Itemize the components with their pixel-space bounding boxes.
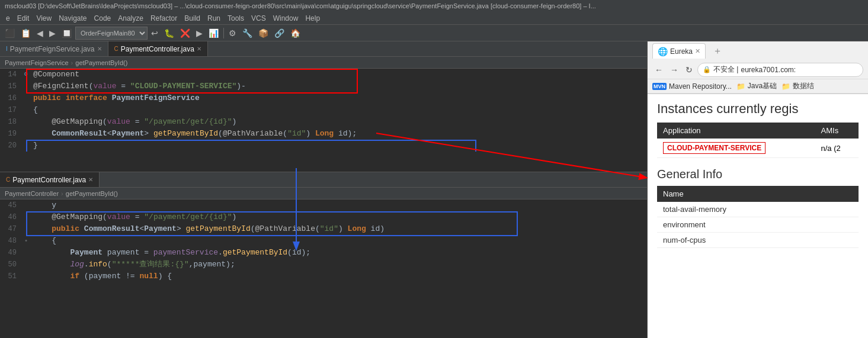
breadcrumb-class-bottom: PaymentController (5, 190, 59, 197)
menu-e[interactable]: e (2, 13, 14, 24)
line-num-17: 17 (0, 104, 21, 116)
toolbar-btn-4[interactable]: ↩ (149, 27, 161, 39)
back-btn[interactable]: ◀ (34, 27, 46, 39)
browser-content: Instances currently regis Application AM… (648, 94, 868, 338)
main-area: I PaymentFeignService.java ✕ C PaymentCo… (0, 41, 868, 338)
code-line-46: 46 @GetMapping(value = "/payment/get/{id… (0, 211, 647, 223)
line-content-50: log.info("*****查询结果:{}",payment); (31, 259, 235, 271)
tab-close-controller-bottom[interactable]: ✕ (88, 176, 93, 183)
tab-close-feign[interactable]: ✕ (97, 46, 102, 52)
toolbar-btn-10[interactable]: 🔧 (240, 27, 255, 39)
top-code-editor[interactable]: 14 ⚙ @Component 15 @FeignClient(value = … (0, 69, 647, 152)
menu-code[interactable]: Code (91, 13, 115, 24)
info-cell-3: num-of-cpus (657, 233, 859, 248)
browser-tab-close[interactable]: ✕ (695, 47, 700, 55)
address-text: eureka7001.com: (741, 66, 796, 74)
bottom-code-lines: 45 y 46 @GetMapping(value = "/payment/ge… (0, 199, 647, 282)
toolbar-btn-5[interactable]: 🐛 (162, 27, 177, 39)
line-num-48: 48 (0, 235, 21, 247)
run-config-dropdown[interactable]: OrderFeignMain80 (75, 27, 148, 40)
line-num-49: 49 (0, 247, 21, 259)
service-name-label: CLOUD-PAYMENT-SERVICE (663, 142, 765, 154)
line-content-17: { (31, 104, 38, 116)
toolbar-btn-11[interactable]: 📦 (256, 27, 271, 39)
menu-analyze[interactable]: Analyze (114, 13, 147, 24)
tab-close-controller[interactable]: ✕ (197, 46, 201, 52)
toolbar-btn-1[interactable]: ⬛ (2, 27, 17, 39)
ide-pane: I PaymentFeignService.java ✕ C PaymentCo… (0, 41, 647, 338)
bottom-code-pane: C PaymentController.java ✕ PaymentContro… (0, 172, 647, 338)
col-application: Application (657, 123, 815, 139)
toolbar-btn-2[interactable]: 📋 (18, 27, 33, 39)
browser-refresh-btn[interactable]: ↻ (683, 64, 695, 76)
address-bar[interactable]: 🔒 不安全 | eureka7001.com: (697, 63, 863, 77)
browser-pane: 🌐 Eureka ✕ ＋ ← → ↻ 🔒 不安全 | eureka7001.co… (647, 41, 868, 338)
menu-build[interactable]: Build (181, 13, 204, 24)
java-interface-icon: I (6, 46, 8, 52)
toolbar-btn-6[interactable]: ❌ (178, 27, 193, 39)
tab-payment-controller-bottom[interactable]: C PaymentController.java ✕ (0, 172, 100, 187)
code-line-48: 48 • { (0, 235, 647, 247)
bookmark-maven[interactable]: MVN Maven Repository... (652, 82, 732, 91)
line-content-20: } (31, 140, 38, 152)
menu-help[interactable]: Help (302, 13, 324, 24)
menu-window[interactable]: Window (270, 13, 302, 24)
line-content-51: if (payment != null) { (31, 271, 172, 282)
info-table: Name total-avail-memory environment (657, 186, 859, 248)
instances-table: Application AMIs CLOUD-PAYMENT-SERVICE n… (657, 123, 859, 158)
toolbar-btn-7[interactable]: ▶ (194, 27, 205, 39)
tab-payment-feign-service[interactable]: I PaymentFeignService.java ✕ (0, 41, 108, 56)
general-info-section: General Info Name total-avail-memory (657, 168, 859, 248)
bookmarks-bar: MVN Maven Repository... 📁 Java基础 📁 数据结 (648, 79, 868, 94)
line-content-49: Payment payment = paymentService.getPaym… (31, 247, 310, 259)
code-line-45: 45 y (0, 199, 647, 211)
toolbar-btn-8[interactable]: 📊 (206, 27, 221, 39)
toolbar-btn-12[interactable]: 🔗 (272, 27, 287, 39)
forward-btn[interactable]: ▶ (47, 27, 58, 39)
code-line-19: 19 CommonResult<Payment> getPaymentById(… (0, 128, 647, 140)
browser-back-btn[interactable]: ← (652, 64, 665, 76)
tab-payment-controller[interactable]: C PaymentController.java ✕ (108, 41, 208, 56)
table-row: CLOUD-PAYMENT-SERVICE n/a (2 (657, 139, 859, 158)
code-line-14: 14 ⚙ @Component (0, 69, 647, 81)
new-tab-btn[interactable]: ＋ (710, 45, 725, 57)
toolbar-btn-3[interactable]: 🔲 (59, 27, 74, 39)
info-row-2: environment (657, 217, 859, 233)
globe-icon: 🌐 (658, 47, 668, 56)
menu-tools[interactable]: Tools (224, 13, 248, 24)
info-cell-2: environment (657, 217, 859, 233)
folder-icon-1: 📁 (736, 82, 745, 91)
toolbar-btn-9[interactable]: ⚙ (226, 27, 239, 39)
menu-edit[interactable]: Edit (14, 13, 33, 24)
line-num-14: 14 (0, 69, 21, 81)
menu-vcs[interactable]: VCS (248, 13, 270, 24)
bookmark-java-basics[interactable]: 📁 Java基础 (736, 81, 777, 91)
toolbar-btn-13[interactable]: 🏠 (288, 27, 303, 39)
code-line-49: 49 Payment payment = paymentService.getP… (0, 247, 647, 259)
browser-chrome: 🌐 Eureka ✕ ＋ ← → ↻ 🔒 不安全 | eureka7001.co… (648, 41, 868, 94)
info-row-1: total-avail-memory (657, 202, 859, 217)
menu-refactor[interactable]: Refactor (147, 13, 181, 24)
browser-forward-btn[interactable]: → (668, 64, 681, 76)
menu-view[interactable]: View (33, 13, 55, 24)
folder-icon-2: 📁 (781, 82, 790, 91)
breadcrumb-sep-2: › (61, 190, 63, 197)
bookmark-data[interactable]: 📁 数据结 (781, 81, 814, 91)
info-row-3: num-of-cpus (657, 233, 859, 248)
eureka-section: Instances currently regis Application AM… (648, 94, 868, 255)
browser-tab-eureka[interactable]: 🌐 Eureka ✕ (652, 43, 706, 59)
menu-navigate[interactable]: Navigate (55, 13, 90, 24)
bottom-code-editor[interactable]: 45 y 46 @GetMapping(value = "/payment/ge… (0, 199, 647, 282)
address-prefix: 不安全 | (713, 65, 738, 75)
gutter-48: • (21, 235, 31, 247)
top-code-lines: 14 ⚙ @Component 15 @FeignClient(value = … (0, 69, 647, 152)
tab-label-controller-bottom: PaymentController.java (12, 176, 86, 184)
line-num-16: 16 (0, 92, 21, 104)
code-line-16: 16 public interface PaymentFeignService (0, 92, 647, 104)
gutter-icon-14: ⚙ (24, 69, 28, 81)
menu-run[interactable]: Run (204, 13, 224, 24)
browser-tab-label: Eureka (670, 47, 693, 56)
instances-heading: Instances currently regis (657, 101, 859, 117)
menu-bar: e Edit View Navigate Code Analyze Refact… (0, 12, 868, 25)
tab-label-controller: PaymentController.java (121, 45, 194, 53)
